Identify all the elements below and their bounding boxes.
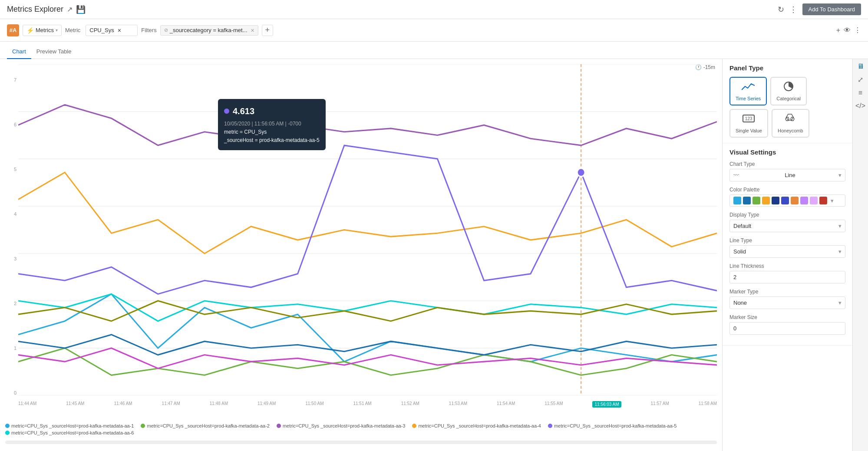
y-axis: 7 6 5 4 3 2 1 0 xyxy=(5,77,18,395)
x-label-1151: 11:51 AM xyxy=(353,401,371,408)
legend-label-4: metric=CPU_Sys _sourceHost=prod-kafka-me… xyxy=(418,423,541,428)
display-type-select[interactable]: Default ▾ xyxy=(729,220,845,232)
filter-chip: ⊘ _sourcecategory = kafka-met... × xyxy=(160,25,258,36)
color-swatch-3[interactable] xyxy=(752,197,760,204)
legend-dot-1 xyxy=(5,424,10,428)
more-options-icon[interactable]: ⋮ xyxy=(789,5,797,14)
main-content: 🕐 -15m 7 6 5 4 3 2 1 0 xyxy=(0,59,868,451)
y-label-1: 1 xyxy=(14,346,17,351)
marker-size-field: Marker Size 0 xyxy=(729,314,845,335)
filters-label: Filters xyxy=(141,27,156,33)
line-type-value: Solid xyxy=(733,248,746,255)
legend-label-3: metric=CPU_Sys _sourceHost=prod-kafka-me… xyxy=(283,423,405,428)
panel-type-categorical[interactable]: Categorical xyxy=(770,77,807,105)
legend-label-2: metric=CPU_Sys _sourceHost=prod-kafka-me… xyxy=(147,423,269,428)
color-swatch-5[interactable] xyxy=(772,197,779,204)
metric-value-field[interactable]: CPU_Sys × xyxy=(86,25,138,36)
time-series-label: Time Series xyxy=(736,96,761,101)
tab-chart[interactable]: Chart xyxy=(7,45,31,59)
panel-type-honeycomb[interactable]: Honeycomb xyxy=(772,109,809,138)
single-value-icon: 123 xyxy=(742,113,755,126)
code-icon[interactable]: </> xyxy=(855,102,865,110)
color-swatch-1[interactable] xyxy=(733,197,741,204)
x-label-1148: 11:48 AM xyxy=(210,401,228,408)
y-label-6: 6 xyxy=(14,122,17,127)
query-visibility-icon[interactable]: 👁 xyxy=(844,26,851,34)
chart-svg-wrapper: 7 6 5 4 3 2 1 0 xyxy=(5,64,717,420)
color-swatch-4[interactable] xyxy=(762,197,770,204)
marker-type-field: Marker Type None ▾ xyxy=(729,289,845,309)
color-swatch-10[interactable] xyxy=(819,197,827,204)
panel-type-grid: Time Series Categorical xyxy=(729,77,845,138)
line-thickness-value: 2 xyxy=(733,274,736,280)
line-thickness-select[interactable]: 2 xyxy=(729,271,845,283)
add-to-dashboard-button[interactable]: Add To Dashboard xyxy=(802,3,861,15)
query-more-icon[interactable]: ⋮ xyxy=(854,26,861,34)
color-swatch-9[interactable] xyxy=(810,197,818,204)
chart-type-icon: 〰 xyxy=(733,172,739,178)
metric-clear-button[interactable]: × xyxy=(118,27,121,34)
refresh-icon[interactable]: ↻ xyxy=(778,5,784,14)
legend-dot-2 xyxy=(141,424,145,428)
x-label-1150: 11:50 AM xyxy=(305,401,323,408)
chart-type-select[interactable]: 〰 Line ▾ xyxy=(729,169,845,181)
marker-size-label: Marker Size xyxy=(729,314,845,320)
filter-remove-button[interactable]: × xyxy=(251,27,254,34)
legend-item-1: metric=CPU_Sys _sourceHost=prod-kafka-me… xyxy=(5,423,134,428)
visual-settings-section: Visual Settings Chart Type 〰 Line ▾ Colo… xyxy=(723,143,852,346)
tabs-bar: Chart Preview Table xyxy=(0,42,868,59)
x-label-1153: 11:53 AM xyxy=(449,401,467,408)
color-swatch-2[interactable] xyxy=(743,197,751,204)
save-icon[interactable]: 💾 xyxy=(76,5,86,14)
right-icon-strip: 🖥 ⤢ ≡ </> xyxy=(852,59,868,451)
legend-label-6: metric=CPU_Sys _sourceHost=prod-kafka-me… xyxy=(11,430,134,435)
list-icon[interactable]: ≡ xyxy=(858,89,862,97)
color-swatch-7[interactable] xyxy=(791,197,799,204)
filter-exclude-icon: ⊘ xyxy=(164,27,168,33)
query-label: #A xyxy=(7,24,19,36)
metrics-dropdown-arrow[interactable]: ▾ xyxy=(56,28,58,33)
header-left: Metrics Explorer ↗ 💾 xyxy=(7,5,86,14)
display-type-field: Display Type Default ▾ xyxy=(729,212,845,232)
chart-scrollbar[interactable] xyxy=(5,441,717,444)
color-palette-arrow[interactable]: ▾ xyxy=(831,198,834,204)
marker-size-select[interactable]: 0 xyxy=(729,322,845,335)
svg-point-9 xyxy=(577,168,585,177)
line-type-select[interactable]: Solid ▾ xyxy=(729,245,845,258)
legend-item-2: metric=CPU_Sys _sourceHost=prod-kafka-me… xyxy=(141,423,269,428)
marker-type-select[interactable]: None ▾ xyxy=(729,296,845,309)
top-header: Metrics Explorer ↗ 💾 ↻ ⋮ Add To Dashboar… xyxy=(0,0,868,19)
x-axis: 11:44 AM 11:45 AM 11:46 AM 11:47 AM 11:4… xyxy=(18,401,717,408)
x-label-1156: 11:56:03 AM xyxy=(592,401,621,408)
color-swatch-8[interactable] xyxy=(800,197,808,204)
legend-item-3: metric=CPU_Sys _sourceHost=prod-kafka-me… xyxy=(277,423,405,428)
color-swatch-6[interactable] xyxy=(781,197,789,204)
metrics-selector-label: Metrics xyxy=(36,27,54,33)
color-palette-field: Color Palette ▾ xyxy=(729,187,845,207)
metrics-selector[interactable]: ⚡ Metrics ▾ xyxy=(23,25,62,36)
legend-label-5: metric=CPU_Sys _sourceHost=prod-kafka-me… xyxy=(554,423,677,428)
query-add-icon[interactable]: + xyxy=(836,26,840,34)
tab-preview-table[interactable]: Preview Table xyxy=(31,45,77,59)
marker-type-arrow: ▾ xyxy=(838,300,842,306)
monitor-icon[interactable]: 🖥 xyxy=(857,63,864,70)
y-label-5: 5 xyxy=(14,167,17,172)
app-title: Metrics Explorer xyxy=(7,5,63,14)
add-filter-button[interactable]: + xyxy=(262,25,273,36)
categorical-label: Categorical xyxy=(776,96,801,101)
panel-type-time-series[interactable]: Time Series xyxy=(729,77,767,105)
panel-type-single-value[interactable]: 123 Single Value xyxy=(729,109,768,138)
resize-icon[interactable]: ⤢ xyxy=(858,76,863,84)
display-type-label: Display Type xyxy=(729,212,845,218)
metric-field-label: Metric xyxy=(65,27,80,33)
display-type-arrow: ▾ xyxy=(838,223,842,229)
color-palette xyxy=(733,197,827,204)
x-label-1144: 11:44 AM xyxy=(18,401,36,408)
external-link-icon[interactable]: ↗ xyxy=(67,5,73,13)
display-type-value: Default xyxy=(733,223,751,229)
right-panel: Panel Type Time Series xyxy=(722,59,852,451)
panel-type-section: Panel Type Time Series xyxy=(723,59,852,143)
color-palette-label: Color Palette xyxy=(729,187,845,193)
x-label-1146: 11:46 AM xyxy=(114,401,132,408)
metric-value-text: CPU_Sys xyxy=(89,27,114,33)
